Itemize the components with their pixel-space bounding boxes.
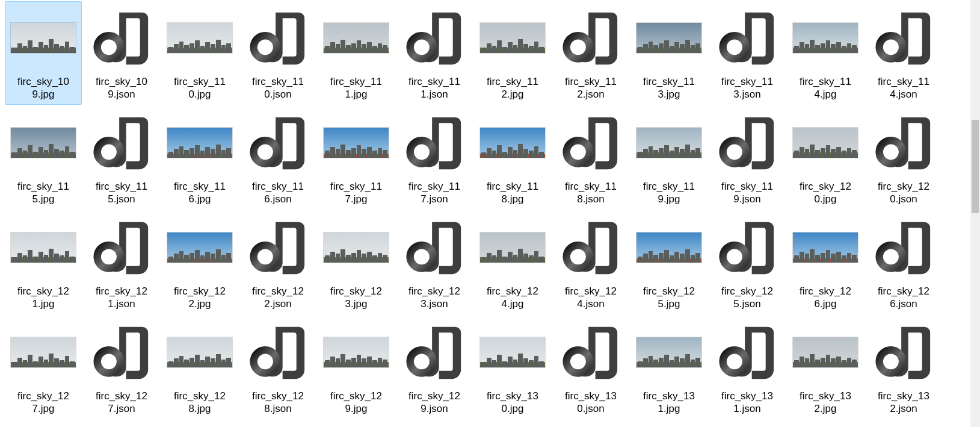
file-label-line1: firc_sky_11 xyxy=(487,75,538,88)
file-label: firc_sky_131.jpg xyxy=(643,390,695,416)
image-thumbnail xyxy=(636,232,701,263)
image-thumbnail xyxy=(324,23,389,53)
file-item[interactable]: firc_sky_111.jpg xyxy=(318,1,395,105)
file-label-line2: 7.json xyxy=(96,402,147,415)
file-item[interactable]: firc_sky_132.json xyxy=(865,316,942,419)
thumbnail-area xyxy=(867,319,940,386)
file-item[interactable]: firc_sky_132.jpg xyxy=(787,316,864,419)
file-item[interactable]: firc_sky_110.json xyxy=(239,1,316,105)
file-item[interactable]: firc_sky_124.jpg xyxy=(474,211,551,314)
file-item[interactable]: firc_sky_124.json xyxy=(552,211,629,314)
file-item[interactable]: firc_sky_131.jpg xyxy=(630,316,707,419)
file-item[interactable]: firc_sky_119.jpg xyxy=(630,106,707,210)
file-item[interactable]: firc_sky_130.jpg xyxy=(474,316,551,419)
thumbnail-area xyxy=(710,109,784,176)
file-item[interactable]: firc_sky_128.jpg xyxy=(161,316,238,419)
file-label: firc_sky_109.json xyxy=(96,75,147,101)
file-label-line1: firc_sky_12 xyxy=(565,285,617,298)
file-label-line2: 5.jpg xyxy=(17,193,69,205)
file-label: firc_sky_132.json xyxy=(878,390,929,416)
file-item[interactable]: firc_sky_129.json xyxy=(396,316,473,419)
file-item[interactable]: firc_sky_121.jpg xyxy=(5,211,82,314)
file-label-line1: firc_sky_12 xyxy=(174,285,226,298)
file-item[interactable]: firc_sky_126.json xyxy=(865,211,942,314)
file-item[interactable]: firc_sky_114.json xyxy=(865,1,942,105)
file-item[interactable]: firc_sky_131.json xyxy=(709,316,786,419)
file-label: firc_sky_109.jpg xyxy=(17,75,69,101)
json-file-icon xyxy=(562,219,620,276)
file-item[interactable]: firc_sky_116.json xyxy=(239,106,316,210)
file-item[interactable]: firc_sky_128.json xyxy=(239,316,316,419)
file-item[interactable]: firc_sky_114.jpg xyxy=(787,1,864,105)
json-file-icon xyxy=(249,219,307,276)
file-label-line2: 0.jpg xyxy=(174,88,226,101)
file-item[interactable]: firc_sky_120.json xyxy=(865,106,942,210)
vertical-scrollbar[interactable] xyxy=(970,0,980,427)
file-item[interactable]: firc_sky_113.jpg xyxy=(630,1,707,105)
thumbnail-area xyxy=(554,319,627,386)
file-item[interactable]: firc_sky_126.jpg xyxy=(787,211,864,314)
json-file-icon xyxy=(562,114,620,172)
file-item[interactable]: firc_sky_116.jpg xyxy=(161,106,238,210)
file-item[interactable]: firc_sky_122.json xyxy=(239,211,316,314)
file-label-line2: 2.json xyxy=(878,402,929,415)
file-item[interactable]: firc_sky_125.jpg xyxy=(630,211,707,314)
file-item[interactable]: firc_sky_115.json xyxy=(83,106,160,210)
file-item[interactable]: firc_sky_123.jpg xyxy=(318,211,395,314)
thumbnail-area xyxy=(476,4,549,72)
file-item[interactable]: firc_sky_109.json xyxy=(83,1,160,105)
file-label: firc_sky_113.jpg xyxy=(643,75,695,101)
file-item[interactable]: firc_sky_125.json xyxy=(709,211,786,314)
file-label-line2: 3.json xyxy=(721,88,773,101)
json-file-icon xyxy=(875,9,932,67)
file-label-line2: 6.jpg xyxy=(174,193,226,205)
file-grid[interactable]: firc_sky_109.jpgfirc_sky_109.jsonfirc_sk… xyxy=(0,0,980,420)
json-file-icon xyxy=(405,323,463,381)
file-item[interactable]: firc_sky_118.jpg xyxy=(474,106,551,210)
thumbnail-area xyxy=(241,214,315,281)
file-item[interactable]: firc_sky_109.jpg xyxy=(5,1,82,105)
file-item[interactable]: firc_sky_113.json xyxy=(709,1,786,105)
file-item[interactable]: firc_sky_112.jpg xyxy=(474,1,551,105)
file-label-line2: 9.jpg xyxy=(17,88,69,101)
file-item[interactable]: firc_sky_129.jpg xyxy=(318,316,395,419)
file-item[interactable]: firc_sky_115.jpg xyxy=(5,106,82,210)
file-label: firc_sky_130.json xyxy=(565,390,617,416)
image-thumbnail xyxy=(793,23,858,53)
file-label-line2: 7.jpg xyxy=(330,193,382,205)
file-label: firc_sky_112.jpg xyxy=(487,75,538,101)
file-item[interactable]: firc_sky_118.json xyxy=(552,106,629,210)
file-item[interactable]: firc_sky_120.jpg xyxy=(787,106,864,210)
file-item[interactable]: firc_sky_119.json xyxy=(709,106,786,210)
file-label-line1: firc_sky_13 xyxy=(878,390,929,402)
file-label-line2: 2.json xyxy=(252,298,304,310)
file-item[interactable]: firc_sky_123.json xyxy=(396,211,473,314)
thumbnail-area xyxy=(710,319,784,386)
file-item[interactable]: firc_sky_122.jpg xyxy=(161,211,238,314)
thumbnail-area xyxy=(554,109,627,176)
file-item[interactable]: firc_sky_111.json xyxy=(396,1,473,105)
file-label-line1: firc_sky_12 xyxy=(643,285,695,298)
image-thumbnail xyxy=(11,23,76,53)
file-label-line2: 2.jpg xyxy=(174,298,226,310)
scrollbar-thumb[interactable] xyxy=(972,120,979,214)
thumbnail-area xyxy=(867,4,940,72)
json-file-icon xyxy=(718,219,776,276)
file-label-line2: 0.jpg xyxy=(487,402,538,415)
file-item[interactable]: firc_sky_127.jpg xyxy=(5,316,82,419)
file-item[interactable]: firc_sky_117.json xyxy=(396,106,473,210)
file-item[interactable]: firc_sky_121.json xyxy=(83,211,160,314)
file-label-line2: 0.json xyxy=(878,193,929,205)
file-item[interactable]: firc_sky_117.jpg xyxy=(318,106,395,210)
file-item[interactable]: firc_sky_130.json xyxy=(552,316,629,419)
image-thumbnail xyxy=(636,337,701,367)
file-item[interactable]: firc_sky_127.json xyxy=(83,316,160,419)
file-label: firc_sky_116.json xyxy=(252,180,304,206)
file-label-line1: firc_sky_11 xyxy=(96,180,147,193)
file-label-line2: 0.json xyxy=(565,402,617,415)
file-item[interactable]: firc_sky_110.jpg xyxy=(161,1,238,105)
file-label-line1: firc_sky_13 xyxy=(487,390,538,402)
file-label-line1: firc_sky_11 xyxy=(330,180,382,193)
file-item[interactable]: firc_sky_112.json xyxy=(552,1,629,105)
thumbnail-area xyxy=(554,4,627,72)
